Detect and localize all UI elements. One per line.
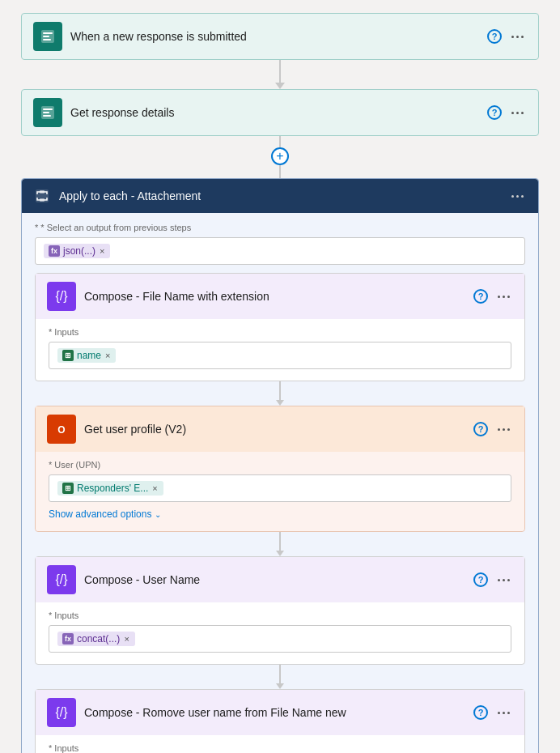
compose-filename-actions: ? [473, 289, 513, 304]
compose-filename-input[interactable]: ⊞ name × [49, 342, 511, 369]
compose-filename-card: {/} Compose - File Name with extension ? [35, 273, 525, 381]
svg-rect-1 [43, 32, 53, 34]
compose-remove-header: {/} Compose - Romove user name from File… [36, 690, 524, 735]
select-output-input[interactable]: fx json(...) × [35, 237, 525, 265]
compose-username-icon: {/} [47, 565, 76, 594]
user-profile-card: O Get user profile (V2) ? [35, 406, 525, 532]
compose-filename-header: {/} Compose - File Name with extension ? [36, 274, 524, 319]
user-profile-more-button[interactable] [494, 427, 513, 432]
svg-rect-10 [40, 198, 45, 202]
compose-filename-body: * Inputs ⊞ name × [36, 319, 524, 381]
svg-rect-7 [43, 115, 51, 117]
compose-username-input-label: * Inputs [49, 610, 511, 620]
svg-rect-5 [43, 108, 53, 110]
concat-token-close[interactable]: × [123, 635, 129, 644]
user-profile-help-icon[interactable]: ? [473, 422, 488, 436]
response-details-actions: ? [487, 105, 527, 120]
trigger-help-icon[interactable]: ? [487, 29, 502, 44]
add-step-button[interactable]: + [271, 147, 289, 165]
name-token-text: name [77, 350, 101, 361]
compose-remove-icon: {/} [47, 698, 76, 727]
compose-remove-icon-text: {/} [55, 705, 67, 720]
response-details-title: Get response details [70, 106, 479, 119]
user-upn-input[interactable]: ⊞ Responders' E... × [49, 474, 511, 502]
trigger-card-header: When a new response is submitted ? [22, 14, 538, 59]
select-output-label: * * Select an output from previous steps [35, 223, 525, 232]
chevron-down-icon: ⌄ [155, 510, 161, 519]
compose-username-card: {/} Compose - User Name ? * Inputs [35, 556, 525, 665]
user-profile-body: * User (UPN) ⊞ Responders' E... × Show a… [36, 452, 524, 531]
svg-text:O: O [57, 424, 65, 436]
plus-connector-1: + [271, 136, 289, 178]
show-advanced-text: Show advanced options [49, 508, 151, 520]
flow-container: When a new response is submitted ? [13, 13, 547, 753]
concat-token-text: concat(...) [77, 633, 120, 645]
response-details-card: Get response details ? [21, 89, 539, 136]
compose-username-title: Compose - User Name [84, 573, 465, 586]
compose-username-actions: ? [473, 572, 513, 587]
responders-token: ⊞ Responders' E... × [57, 481, 163, 496]
compose-filename-title: Compose - File Name with extension [84, 290, 465, 303]
compose-username-body: * Inputs fx concat(...) × [36, 602, 524, 664]
responders-token-text: Responders' E... [77, 483, 148, 494]
json-token: fx json(...) × [44, 244, 110, 258]
apply-each-body: * * Select an output from previous steps… [22, 213, 538, 753]
compose-username-header: {/} Compose - User Name ? [36, 557, 524, 602]
arrow-line-1 [279, 60, 281, 83]
response-details-more-button[interactable] [508, 110, 527, 116]
office-icon: O [47, 415, 76, 444]
responders-token-close[interactable]: × [151, 484, 158, 493]
compose-filename-help-icon[interactable]: ? [473, 289, 488, 304]
response-details-header: Get response details ? [22, 90, 538, 135]
svg-rect-6 [43, 112, 49, 113]
compose-remove-input-label: * Inputs [49, 743, 511, 753]
svg-rect-3 [43, 39, 51, 40]
json-token-close[interactable]: × [99, 247, 105, 256]
apply-each-more-button[interactable] [508, 194, 527, 199]
compose-remove-card: {/} Compose - Romove user name from File… [35, 689, 525, 753]
response-details-help-icon[interactable]: ? [487, 105, 502, 120]
trigger-card: When a new response is submitted ? [21, 13, 539, 60]
compose-remove-title: Compose - Romove user name from File Nam… [84, 706, 465, 719]
name-token-close[interactable]: × [104, 351, 111, 360]
apply-inner-container: {/} Compose - File Name with extension ? [35, 273, 525, 753]
arrow-head-1 [275, 83, 285, 89]
compose-filename-icon: {/} [47, 282, 76, 311]
apply-each-header: Apply to each - Attachement [22, 179, 538, 213]
svg-rect-2 [43, 36, 49, 37]
apply-each-title: Apply to each - Attachement [59, 189, 500, 202]
inner-arrow-2 [276, 532, 284, 556]
user-profile-actions: ? [473, 422, 513, 436]
apply-each-icon [33, 187, 51, 205]
trigger-icon [33, 22, 62, 51]
compose-remove-actions: ? [473, 705, 513, 720]
compose-filename-icon-text: {/} [55, 289, 67, 304]
concat-fx-icon: fx [62, 633, 74, 645]
inner-arrow-3 [276, 665, 284, 689]
inner-arrow-1 [276, 381, 284, 406]
compose-remove-help-icon[interactable]: ? [473, 705, 488, 720]
compose-remove-body: * Inputs fx replace(...) × [36, 735, 524, 753]
apply-each-card: Apply to each - Attachement * * Select a… [21, 178, 539, 753]
show-advanced-button[interactable]: Show advanced options ⌄ [49, 508, 161, 520]
compose-username-input[interactable]: fx concat(...) × [49, 625, 511, 653]
compose-username-more-button[interactable] [494, 577, 513, 583]
excel-icon: ⊞ [62, 350, 74, 361]
select-output-section: * * Select an output from previous steps… [35, 223, 525, 265]
trigger-more-button[interactable] [508, 34, 527, 40]
responders-excel-icon: ⊞ [62, 483, 74, 494]
compose-filename-input-label: * Inputs [49, 327, 511, 337]
plus-line-top [279, 136, 281, 147]
svg-rect-9 [40, 190, 45, 194]
trigger-title: When a new response is submitted [70, 30, 479, 43]
user-profile-header: O Get user profile (V2) ? [36, 406, 524, 452]
compose-filename-more-button[interactable] [494, 294, 513, 300]
user-upn-label: * User (UPN) [49, 460, 511, 470]
name-token: ⊞ name × [57, 348, 116, 363]
user-profile-title: Get user profile (V2) [84, 423, 465, 436]
compose-username-help-icon[interactable]: ? [473, 572, 488, 587]
arrow-1 [275, 60, 285, 89]
compose-remove-more-button[interactable] [494, 710, 513, 716]
json-token-text: json(...) [63, 245, 95, 257]
compose-username-icon-text: {/} [55, 572, 67, 587]
